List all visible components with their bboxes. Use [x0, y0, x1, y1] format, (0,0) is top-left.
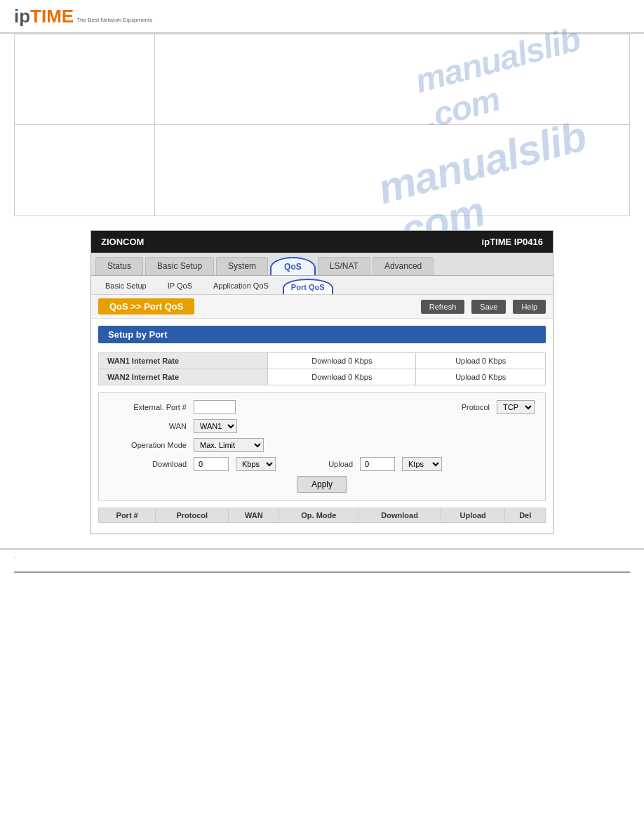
wan1-rate-row: WAN1 Internet Rate Download 0 Kbps Uploa… [99, 353, 546, 369]
port-qos-form: External. Port # Protocol TCP UDP Both W… [98, 392, 546, 501]
refresh-button[interactable]: Refresh [421, 300, 465, 314]
tab-status[interactable]: Status [95, 257, 143, 275]
top-table-cell-right-2: manualslib .com [155, 125, 629, 216]
logo-ip: ip [14, 6, 30, 27]
operation-mode-label: Operation Mode [109, 441, 187, 449]
upload-label: Upload [304, 460, 353, 468]
form-row-operation-mode: Operation Mode Max. Limit Min. Guarantee [109, 438, 535, 452]
wan-label: WAN [109, 422, 187, 430]
results-table: Port # Protocol WAN Op. Mode Download Up… [98, 508, 546, 523]
operation-mode-select[interactable]: Max. Limit Min. Guarantee [194, 438, 264, 452]
protocol-select[interactable]: TCP UDP Both [497, 400, 535, 414]
protocol-label: Protocol [441, 403, 490, 411]
watermark: manualslib .com [412, 21, 594, 136]
section-header: Setup by Port [98, 326, 546, 343]
apply-row: Apply [109, 476, 535, 493]
tab-advanced[interactable]: Advanced [373, 257, 434, 275]
page-footer: ` [0, 548, 644, 571]
col-protocol: Protocol [156, 508, 229, 523]
upload-unit-select[interactable]: Ktps Mbps [402, 457, 442, 471]
wan2-download: Download 0 Kbps [268, 369, 416, 385]
breadcrumb-bar: QoS >> Port QoS Refresh Save Help [91, 295, 553, 319]
sub-tab-ip-qos[interactable]: IP QoS [161, 279, 199, 294]
breadcrumb-actions: Refresh Save Help [421, 300, 546, 314]
logo: ipTIME The Best Network Equipments [14, 7, 630, 25]
download-unit-select[interactable]: Kbps Mbps [236, 457, 276, 471]
col-del: Del [505, 508, 546, 523]
main-nav: Status Basic Setup System QoS LS/NAT Adv… [91, 253, 553, 276]
wan2-label: WAN2 Internet Rate [99, 369, 268, 385]
router-brand: ZIONCOM [101, 237, 144, 247]
breadcrumb-title: QoS >> Port QoS [98, 298, 194, 315]
tab-system[interactable]: System [216, 257, 268, 275]
router-ui-frame: ZIONCOM ipTIME IP0416 Status Basic Setup… [90, 230, 554, 534]
footer-tick: ` [14, 557, 16, 564]
content-area: WAN1 Internet Rate Download 0 Kbps Uploa… [91, 349, 553, 534]
wan-select[interactable]: WAN1 WAN2 [194, 419, 237, 433]
wan1-upload: Upload 0 Kbps [416, 353, 546, 369]
col-port: Port # [99, 508, 156, 523]
form-row-dl-ul: Download Kbps Mbps Upload Ktps Mbps [109, 457, 535, 471]
sub-tab-basic-setup[interactable]: Basic Setup [98, 279, 154, 294]
col-wan: WAN [229, 508, 279, 523]
wan1-label: WAN1 Internet Rate [99, 353, 268, 369]
wan2-upload: Upload 0 Kbps [416, 369, 546, 385]
external-port-label: External. Port # [109, 403, 187, 411]
upload-input[interactable] [360, 457, 395, 471]
sub-tab-application-qos[interactable]: Application QoS [206, 279, 276, 294]
logo-subtitle: The Best Network Equipments [76, 17, 152, 23]
logo-time: TIME [30, 6, 74, 27]
form-row-wan: WAN WAN1 WAN2 [109, 419, 535, 433]
wan-rates-table: WAN1 Internet Rate Download 0 Kbps Uploa… [98, 352, 546, 385]
wan1-download: Download 0 Kbps [268, 353, 416, 369]
col-upload: Upload [441, 508, 505, 523]
help-button[interactable]: Help [513, 300, 546, 314]
col-download: Download [358, 508, 441, 523]
results-header-row: Port # Protocol WAN Op. Mode Download Up… [99, 508, 546, 523]
top-content-area: manualslib .com manualslib .com [0, 34, 644, 216]
wan2-rate-row: WAN2 Internet Rate Download 0 Kbps Uploa… [99, 369, 546, 385]
tab-basic-setup[interactable]: Basic Setup [145, 257, 214, 275]
col-op-mode: Op. Mode [279, 508, 358, 523]
sub-nav: Basic Setup IP QoS Application QoS Port … [91, 276, 553, 295]
sub-tab-port-qos[interactable]: Port QoS [283, 279, 333, 294]
router-header: ZIONCOM ipTIME IP0416 [91, 231, 553, 253]
download-label: Download [109, 460, 187, 468]
tab-qos[interactable]: QoS [270, 257, 316, 275]
tab-ls-nat[interactable]: LS/NAT [318, 257, 370, 275]
router-model: ipTIME IP0416 [482, 237, 543, 247]
page-header: ipTIME The Best Network Equipments [0, 0, 644, 34]
form-row-port-protocol: External. Port # Protocol TCP UDP Both [109, 400, 535, 414]
top-table-cell-left-2 [15, 125, 155, 216]
top-table-row-2: manualslib .com [14, 125, 630, 216]
external-port-input[interactable] [194, 400, 236, 414]
top-table-cell-left-1 [15, 34, 155, 124]
top-table-cell-right-1: manualslib .com [155, 34, 629, 124]
top-table-row-1: manualslib .com [14, 34, 630, 125]
apply-button[interactable]: Apply [297, 476, 347, 493]
bottom-rule [14, 571, 630, 573]
download-input[interactable] [194, 457, 229, 471]
save-button[interactable]: Save [471, 300, 506, 314]
